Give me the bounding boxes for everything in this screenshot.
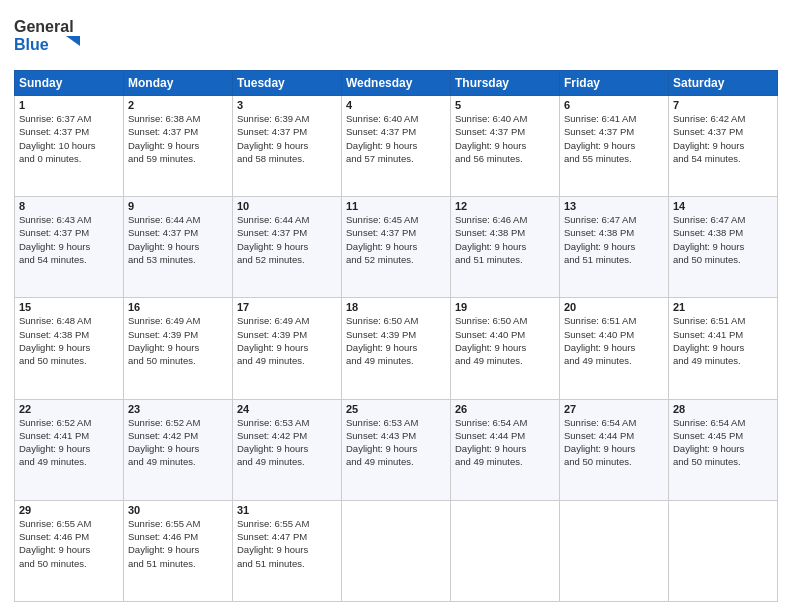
weekday-header-saturday: Saturday bbox=[669, 71, 778, 96]
day-number: 2 bbox=[128, 99, 228, 111]
calendar-week-3: 15 Sunrise: 6:48 AMSunset: 4:38 PMDaylig… bbox=[15, 298, 778, 399]
weekday-header-row: SundayMondayTuesdayWednesdayThursdayFrid… bbox=[15, 71, 778, 96]
calendar-cell: 29 Sunrise: 6:55 AMSunset: 4:46 PMDaylig… bbox=[15, 500, 124, 601]
day-number: 25 bbox=[346, 403, 446, 415]
calendar-cell: 21 Sunrise: 6:51 AMSunset: 4:41 PMDaylig… bbox=[669, 298, 778, 399]
day-info: Sunrise: 6:40 AMSunset: 4:37 PMDaylight:… bbox=[346, 113, 418, 164]
day-info: Sunrise: 6:51 AMSunset: 4:40 PMDaylight:… bbox=[564, 315, 636, 366]
logo: General Blue bbox=[14, 10, 104, 62]
logo-svg: General Blue bbox=[14, 10, 104, 58]
day-number: 31 bbox=[237, 504, 337, 516]
svg-text:Blue: Blue bbox=[14, 36, 49, 53]
day-info: Sunrise: 6:47 AMSunset: 4:38 PMDaylight:… bbox=[564, 214, 636, 265]
day-info: Sunrise: 6:41 AMSunset: 4:37 PMDaylight:… bbox=[564, 113, 636, 164]
day-info: Sunrise: 6:50 AMSunset: 4:39 PMDaylight:… bbox=[346, 315, 418, 366]
calendar-cell: 17 Sunrise: 6:49 AMSunset: 4:39 PMDaylig… bbox=[233, 298, 342, 399]
day-number: 1 bbox=[19, 99, 119, 111]
calendar-cell: 19 Sunrise: 6:50 AMSunset: 4:40 PMDaylig… bbox=[451, 298, 560, 399]
day-info: Sunrise: 6:53 AMSunset: 4:43 PMDaylight:… bbox=[346, 417, 418, 468]
weekday-header-tuesday: Tuesday bbox=[233, 71, 342, 96]
day-info: Sunrise: 6:37 AMSunset: 4:37 PMDaylight:… bbox=[19, 113, 96, 164]
calendar-cell: 23 Sunrise: 6:52 AMSunset: 4:42 PMDaylig… bbox=[124, 399, 233, 500]
calendar-cell: 4 Sunrise: 6:40 AMSunset: 4:37 PMDayligh… bbox=[342, 96, 451, 197]
day-number: 18 bbox=[346, 301, 446, 313]
day-number: 4 bbox=[346, 99, 446, 111]
svg-text:General: General bbox=[14, 18, 74, 35]
weekday-header-wednesday: Wednesday bbox=[342, 71, 451, 96]
day-info: Sunrise: 6:45 AMSunset: 4:37 PMDaylight:… bbox=[346, 214, 418, 265]
calendar-cell: 9 Sunrise: 6:44 AMSunset: 4:37 PMDayligh… bbox=[124, 197, 233, 298]
day-info: Sunrise: 6:54 AMSunset: 4:45 PMDaylight:… bbox=[673, 417, 745, 468]
calendar-cell: 15 Sunrise: 6:48 AMSunset: 4:38 PMDaylig… bbox=[15, 298, 124, 399]
day-number: 23 bbox=[128, 403, 228, 415]
day-info: Sunrise: 6:53 AMSunset: 4:42 PMDaylight:… bbox=[237, 417, 309, 468]
day-number: 6 bbox=[564, 99, 664, 111]
calendar-cell: 24 Sunrise: 6:53 AMSunset: 4:42 PMDaylig… bbox=[233, 399, 342, 500]
calendar-week-2: 8 Sunrise: 6:43 AMSunset: 4:37 PMDayligh… bbox=[15, 197, 778, 298]
day-info: Sunrise: 6:55 AMSunset: 4:46 PMDaylight:… bbox=[19, 518, 91, 569]
calendar-cell: 30 Sunrise: 6:55 AMSunset: 4:46 PMDaylig… bbox=[124, 500, 233, 601]
calendar-cell: 27 Sunrise: 6:54 AMSunset: 4:44 PMDaylig… bbox=[560, 399, 669, 500]
calendar-cell: 1 Sunrise: 6:37 AMSunset: 4:37 PMDayligh… bbox=[15, 96, 124, 197]
calendar-week-5: 29 Sunrise: 6:55 AMSunset: 4:46 PMDaylig… bbox=[15, 500, 778, 601]
day-number: 24 bbox=[237, 403, 337, 415]
calendar-cell: 2 Sunrise: 6:38 AMSunset: 4:37 PMDayligh… bbox=[124, 96, 233, 197]
calendar-cell: 7 Sunrise: 6:42 AMSunset: 4:37 PMDayligh… bbox=[669, 96, 778, 197]
day-info: Sunrise: 6:49 AMSunset: 4:39 PMDaylight:… bbox=[128, 315, 200, 366]
day-info: Sunrise: 6:51 AMSunset: 4:41 PMDaylight:… bbox=[673, 315, 745, 366]
day-number: 13 bbox=[564, 200, 664, 212]
day-number: 11 bbox=[346, 200, 446, 212]
day-info: Sunrise: 6:47 AMSunset: 4:38 PMDaylight:… bbox=[673, 214, 745, 265]
calendar-cell: 28 Sunrise: 6:54 AMSunset: 4:45 PMDaylig… bbox=[669, 399, 778, 500]
day-info: Sunrise: 6:43 AMSunset: 4:37 PMDaylight:… bbox=[19, 214, 91, 265]
calendar-cell: 3 Sunrise: 6:39 AMSunset: 4:37 PMDayligh… bbox=[233, 96, 342, 197]
day-info: Sunrise: 6:49 AMSunset: 4:39 PMDaylight:… bbox=[237, 315, 309, 366]
day-info: Sunrise: 6:44 AMSunset: 4:37 PMDaylight:… bbox=[128, 214, 200, 265]
day-number: 12 bbox=[455, 200, 555, 212]
day-info: Sunrise: 6:44 AMSunset: 4:37 PMDaylight:… bbox=[237, 214, 309, 265]
svg-marker-1 bbox=[66, 36, 80, 46]
weekday-header-friday: Friday bbox=[560, 71, 669, 96]
calendar-cell bbox=[451, 500, 560, 601]
calendar-cell: 13 Sunrise: 6:47 AMSunset: 4:38 PMDaylig… bbox=[560, 197, 669, 298]
day-number: 20 bbox=[564, 301, 664, 313]
calendar-cell: 20 Sunrise: 6:51 AMSunset: 4:40 PMDaylig… bbox=[560, 298, 669, 399]
logo-block: General Blue bbox=[14, 10, 104, 62]
day-number: 9 bbox=[128, 200, 228, 212]
day-number: 8 bbox=[19, 200, 119, 212]
calendar-cell: 18 Sunrise: 6:50 AMSunset: 4:39 PMDaylig… bbox=[342, 298, 451, 399]
day-number: 29 bbox=[19, 504, 119, 516]
calendar-cell: 22 Sunrise: 6:52 AMSunset: 4:41 PMDaylig… bbox=[15, 399, 124, 500]
day-info: Sunrise: 6:55 AMSunset: 4:47 PMDaylight:… bbox=[237, 518, 309, 569]
day-info: Sunrise: 6:48 AMSunset: 4:38 PMDaylight:… bbox=[19, 315, 91, 366]
calendar-table: SundayMondayTuesdayWednesdayThursdayFrid… bbox=[14, 70, 778, 602]
calendar-cell: 10 Sunrise: 6:44 AMSunset: 4:37 PMDaylig… bbox=[233, 197, 342, 298]
calendar-cell bbox=[669, 500, 778, 601]
calendar-week-1: 1 Sunrise: 6:37 AMSunset: 4:37 PMDayligh… bbox=[15, 96, 778, 197]
day-number: 15 bbox=[19, 301, 119, 313]
day-number: 7 bbox=[673, 99, 773, 111]
calendar-cell: 26 Sunrise: 6:54 AMSunset: 4:44 PMDaylig… bbox=[451, 399, 560, 500]
day-number: 28 bbox=[673, 403, 773, 415]
calendar-cell: 25 Sunrise: 6:53 AMSunset: 4:43 PMDaylig… bbox=[342, 399, 451, 500]
calendar-cell: 31 Sunrise: 6:55 AMSunset: 4:47 PMDaylig… bbox=[233, 500, 342, 601]
day-number: 3 bbox=[237, 99, 337, 111]
calendar-cell: 5 Sunrise: 6:40 AMSunset: 4:37 PMDayligh… bbox=[451, 96, 560, 197]
day-number: 10 bbox=[237, 200, 337, 212]
calendar-cell: 11 Sunrise: 6:45 AMSunset: 4:37 PMDaylig… bbox=[342, 197, 451, 298]
calendar-cell bbox=[560, 500, 669, 601]
day-info: Sunrise: 6:50 AMSunset: 4:40 PMDaylight:… bbox=[455, 315, 527, 366]
day-info: Sunrise: 6:46 AMSunset: 4:38 PMDaylight:… bbox=[455, 214, 527, 265]
header: General Blue bbox=[14, 10, 778, 62]
calendar-cell bbox=[342, 500, 451, 601]
calendar-cell: 8 Sunrise: 6:43 AMSunset: 4:37 PMDayligh… bbox=[15, 197, 124, 298]
calendar-cell: 16 Sunrise: 6:49 AMSunset: 4:39 PMDaylig… bbox=[124, 298, 233, 399]
weekday-header-thursday: Thursday bbox=[451, 71, 560, 96]
day-info: Sunrise: 6:52 AMSunset: 4:41 PMDaylight:… bbox=[19, 417, 91, 468]
day-info: Sunrise: 6:39 AMSunset: 4:37 PMDaylight:… bbox=[237, 113, 309, 164]
weekday-header-monday: Monday bbox=[124, 71, 233, 96]
day-info: Sunrise: 6:52 AMSunset: 4:42 PMDaylight:… bbox=[128, 417, 200, 468]
day-info: Sunrise: 6:38 AMSunset: 4:37 PMDaylight:… bbox=[128, 113, 200, 164]
day-info: Sunrise: 6:54 AMSunset: 4:44 PMDaylight:… bbox=[564, 417, 636, 468]
day-info: Sunrise: 6:42 AMSunset: 4:37 PMDaylight:… bbox=[673, 113, 745, 164]
